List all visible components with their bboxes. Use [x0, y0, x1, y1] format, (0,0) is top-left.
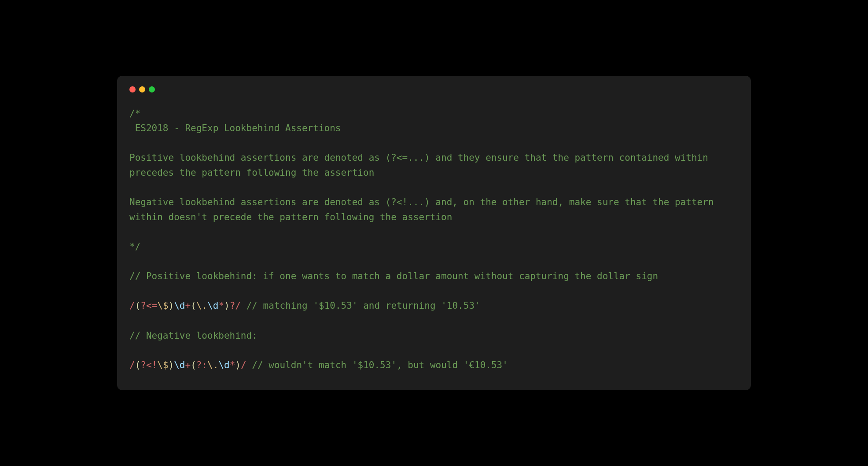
regex-paren: ( — [191, 300, 196, 311]
regex-paren: ) — [169, 300, 174, 311]
regex-quantifier: ? — [230, 300, 235, 311]
regex-quantifier: + — [185, 300, 191, 311]
regex-delimiter: / — [241, 360, 246, 370]
comment-line: Positive lookbehind assertions are denot… — [129, 152, 714, 178]
comment-line: // Negative lookbehind: — [129, 330, 257, 341]
regex-escape: \$ — [157, 360, 168, 370]
comment-inline: // wouldn't match '$10.53', but would '€… — [246, 360, 508, 370]
regex-digit: \d — [174, 300, 185, 311]
comment-line: /* — [129, 108, 140, 119]
regex-digit: \d — [218, 360, 229, 370]
regex-line: /(?<!\$)\d+(?:\.\d*)/ // wouldn't match … — [129, 360, 508, 370]
regex-paren: ( — [135, 300, 141, 311]
comment-line: // Positive lookbehind: if one wants to … — [129, 271, 658, 281]
comment-line: */ — [129, 241, 140, 252]
window-titlebar — [129, 86, 739, 92]
regex-lookbehind: ?<= — [140, 300, 157, 311]
comment-line: Negative lookbehind assertions are denot… — [129, 197, 719, 222]
regex-paren: ) — [169, 360, 174, 370]
code-window: /* ES2018 - RegExp Lookbehind Assertions… — [117, 76, 751, 391]
regex-quantifier: * — [218, 300, 224, 311]
close-icon[interactable] — [129, 86, 136, 92]
regex-paren: ) — [235, 360, 241, 370]
maximize-icon[interactable] — [149, 86, 155, 92]
regex-escape: \$ — [157, 300, 168, 311]
regex-noncapture: ?: — [196, 360, 207, 370]
regex-escape: \. — [207, 360, 218, 370]
code-block: /* ES2018 - RegExp Lookbehind Assertions… — [129, 107, 739, 373]
regex-quantifier: * — [230, 360, 235, 370]
regex-delimiter: / — [235, 300, 241, 311]
regex-paren: ( — [135, 360, 141, 370]
regex-escape: \. — [196, 300, 207, 311]
regex-lookbehind: ?<! — [140, 360, 157, 370]
regex-paren: ( — [191, 360, 196, 370]
regex-quantifier: + — [185, 360, 191, 370]
minimize-icon[interactable] — [139, 86, 145, 92]
regex-digit: \d — [207, 300, 218, 311]
regex-line: /(?<=\$)\d+(\.\d*)?/ // matching '$10.53… — [129, 300, 480, 311]
comment-inline: // matching '$10.53' and returning '10.5… — [241, 300, 480, 311]
regex-delimiter: / — [129, 300, 135, 311]
comment-line: ES2018 - RegExp Lookbehind Assertions — [129, 123, 341, 133]
regex-digit: \d — [174, 360, 185, 370]
regex-delimiter: / — [129, 360, 135, 370]
regex-paren: ) — [224, 300, 230, 311]
